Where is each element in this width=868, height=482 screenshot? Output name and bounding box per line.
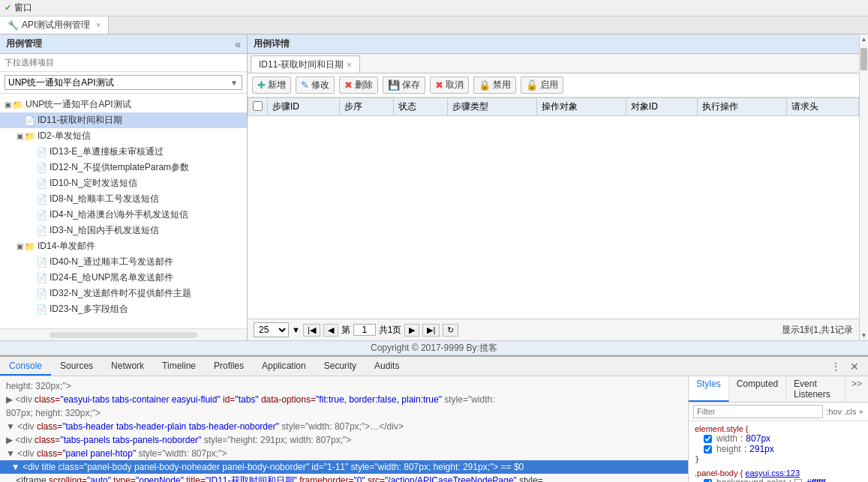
tree-item-label: ID23-N_多字段组合 xyxy=(50,303,128,316)
tree-item[interactable]: 📄 ID11-获取时间和日期 xyxy=(0,112,247,128)
tree-item[interactable]: 📄 ID10-N_定时发送短信 xyxy=(0,175,247,191)
delete-label: 删除 xyxy=(355,79,373,91)
dropdown-label: 下拉选择项目 xyxy=(5,57,54,68)
tree-item[interactable]: 📄 ID3-N_给国内手机发送短信 xyxy=(0,223,247,238)
tree-item[interactable]: 📄 ID4-N_给港澳台\海外手机发送短信 xyxy=(0,207,247,223)
styles-filter-row: :hov .cls + xyxy=(689,403,868,421)
tree-item-label: ID11-获取时间和日期 xyxy=(38,114,122,127)
disable-button[interactable]: 🔒 禁用 xyxy=(473,76,516,94)
tree-item[interactable]: 📄 ID8-N_给顺丰工号发送短信 xyxy=(0,191,247,207)
tree-item-label: ID32-N_发送邮件时不提供邮件主题 xyxy=(50,287,191,300)
style-prop: background-color : #ffffff xyxy=(695,478,862,482)
tree-item-label: ID14-单发邮件 xyxy=(38,240,95,253)
filter-pseudo-btn[interactable]: :hov .cls + xyxy=(826,407,863,416)
folder-icon: 📁 xyxy=(12,100,23,110)
last-page-button[interactable]: ▶| xyxy=(422,324,440,337)
tree-item-label: ID3-N_给国内手机发送短信 xyxy=(50,224,159,237)
devtools-tab-application[interactable]: Application xyxy=(253,357,315,376)
save-button[interactable]: 💾 保存 xyxy=(383,76,425,94)
style-prop-checkbox[interactable] xyxy=(704,445,712,454)
style-rule-panel-body: .panel-body { easyui.css:123 background-… xyxy=(695,469,862,482)
scroll-track[interactable] xyxy=(860,44,868,331)
cancel-button[interactable]: ✖ 取消 xyxy=(430,76,469,94)
dropdown-select-row: UNP统一通知平台API测试 ▼ xyxy=(0,72,247,94)
page-size-select[interactable]: 25 50 100 xyxy=(254,322,289,337)
devtools-tab-network[interactable]: Network xyxy=(102,357,153,376)
add-button[interactable]: ✚ 新增 xyxy=(252,76,291,94)
devtools-controls: ⋮ ✕ xyxy=(827,357,868,376)
styles-filter-input[interactable] xyxy=(693,405,823,418)
next-page-button[interactable]: ▶ xyxy=(404,324,419,337)
tab-close-btn[interactable]: × xyxy=(96,21,101,29)
style-prop-checkbox[interactable] xyxy=(704,435,712,443)
styles-expand-btn[interactable]: >> xyxy=(845,376,868,402)
style-prop: width : 807px xyxy=(695,433,862,444)
code-line: ▼ <div class="panel panel-htop" style="w… xyxy=(0,447,688,460)
tree-item[interactable]: 📄 ID24-E_给UNP黑名单发送邮件 xyxy=(0,270,247,286)
style-prop-checkbox[interactable] xyxy=(704,479,712,483)
tree-item[interactable]: ▣ 📁 ID14-单发邮件 xyxy=(0,238,247,254)
code-line: 807px; height: 320px;"> xyxy=(0,406,688,420)
first-page-button[interactable]: |◀ xyxy=(303,324,320,337)
code-line: ▶ <div class="easyui-tabs tabs-container… xyxy=(0,393,688,406)
styles-tab-event-listeners[interactable]: Event Listeners xyxy=(786,376,845,402)
devtools-more-icon[interactable]: ⋮ xyxy=(827,361,844,373)
edit-button[interactable]: ✎ 修改 xyxy=(296,76,335,94)
tree-item-label: ID12-N_不提供templateParam参数 xyxy=(50,161,189,174)
prev-page-button[interactable]: ◀ xyxy=(323,324,338,337)
add-icon: ✚ xyxy=(257,79,266,91)
devtools-tab-profiles[interactable]: Profiles xyxy=(205,357,253,376)
tree-toggle-icon: ▣ xyxy=(15,242,24,250)
th-step-id: 步骤ID xyxy=(268,98,340,116)
tree-item[interactable]: 📄 ID12-N_不提供templateParam参数 xyxy=(0,160,247,175)
tab-api-management[interactable]: 🔧 API测试用例管理 × xyxy=(0,16,109,34)
tree-item-label: ID8-N_给顺丰工号发送短信 xyxy=(50,193,159,205)
right-panel-header: 用例详情 xyxy=(248,34,859,54)
project-select[interactable]: UNP统一通知平台API测试 xyxy=(5,75,242,90)
styles-tab-styles[interactable]: Styles xyxy=(689,376,729,402)
tree-item-label: ID13-E_单遭撞板未审核通过 xyxy=(50,145,164,158)
delete-button[interactable]: ✖ 删除 xyxy=(339,76,378,94)
tree-toggle-icon: ▣ xyxy=(15,132,24,140)
collapse-btn[interactable]: « xyxy=(235,38,241,50)
scroll-down-btn[interactable]: ▼ xyxy=(860,331,868,340)
tree-item[interactable]: ▣ 📁 ID2-单发短信 xyxy=(0,128,247,144)
left-horizontal-scrollbar[interactable] xyxy=(0,328,247,340)
tree-item[interactable]: ▣ 📁 UNP统一通知平台API测试 xyxy=(0,97,247,112)
code-line-selected[interactable]: ▼ <div title class="panel-body panel-bod… xyxy=(0,460,688,474)
devtools-tab-sources[interactable]: Sources xyxy=(51,357,102,376)
style-source-link[interactable]: easyui.css:123 xyxy=(745,469,800,478)
scroll-thumb[interactable] xyxy=(860,48,867,70)
enable-button[interactable]: 🔓 启用 xyxy=(521,76,563,94)
th-order: 步序 xyxy=(339,98,393,116)
add-label: 新增 xyxy=(268,79,286,91)
tree-item[interactable]: 📄 ID40-N_通过顺丰工号发送邮件 xyxy=(0,254,247,270)
right-panel-title: 用例详情 xyxy=(254,37,290,50)
select-all-checkbox[interactable] xyxy=(253,101,263,111)
th-checkbox xyxy=(248,98,268,116)
tree-item[interactable]: 📄 ID23-N_多字段组合 xyxy=(0,301,247,317)
refresh-button[interactable]: ↻ xyxy=(443,324,458,337)
styles-tab-computed[interactable]: Computed xyxy=(729,376,786,402)
detail-tab-close-icon[interactable]: × xyxy=(347,60,351,69)
disable-label: 禁用 xyxy=(493,79,511,91)
tree-item[interactable]: 📄 ID13-E_单遭撞板未审核通过 xyxy=(0,144,247,160)
tree-item-label: ID10-N_定时发送短信 xyxy=(50,177,137,190)
devtools-close-icon[interactable]: ✕ xyxy=(847,361,862,373)
styles-tabs: Styles Computed Event Listeners >> xyxy=(689,376,868,403)
detail-tab-active[interactable]: ID11-获取时间和日期 × xyxy=(251,55,360,73)
devtools-tab-bar: Console Sources Network Timeline Profile… xyxy=(0,357,868,376)
page-input[interactable] xyxy=(353,324,376,336)
devtools-tab-security[interactable]: Security xyxy=(315,357,365,376)
left-panel: 用例管理 « 下拉选择项目 UNP统一通知平台API测试 ▼ ▣ 📁 UNP统一… xyxy=(0,34,248,340)
right-scrollbar[interactable]: ▲ ▼ xyxy=(859,34,868,340)
devtools-tab-console[interactable]: Console xyxy=(0,357,51,376)
edit-label: 修改 xyxy=(311,79,329,91)
file-icon: 📄 xyxy=(36,178,47,189)
dropdown-row: 下拉选择项目 xyxy=(0,54,247,72)
scroll-up-btn[interactable]: ▲ xyxy=(860,34,868,44)
tree-item[interactable]: 📄 ID32-N_发送邮件时不提供邮件主题 xyxy=(0,286,247,301)
devtools-tab-audits[interactable]: Audits xyxy=(365,357,408,376)
th-step-type: 步骤类型 xyxy=(447,98,536,116)
devtools-tab-timeline[interactable]: Timeline xyxy=(153,357,205,376)
